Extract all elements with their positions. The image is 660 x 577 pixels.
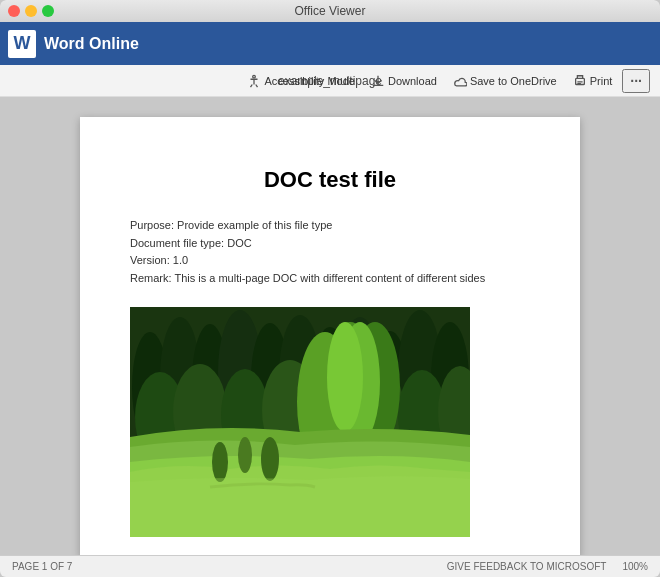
toolbar-actions: Accessibility Mode Download Save to OneD… — [241, 69, 650, 93]
title-bar: Office Viewer — [0, 0, 660, 22]
svg-point-29 — [238, 437, 252, 473]
page-info: PAGE 1 OF 7 — [12, 561, 72, 572]
minimize-button[interactable] — [25, 5, 37, 17]
feedback-button[interactable]: GIVE FEEDBACK TO MICROSOFT — [447, 561, 607, 572]
doc-meta-line-1: Purpose: Provide example of this file ty… — [130, 217, 530, 235]
doc-meta: Purpose: Provide example of this file ty… — [130, 217, 530, 287]
accessibility-label: Accessibility Mode — [264, 75, 354, 87]
save-onedrive-button[interactable]: Save to OneDrive — [447, 71, 563, 91]
print-label: Print — [590, 75, 613, 87]
save-onedrive-label: Save to OneDrive — [470, 75, 557, 87]
download-icon — [371, 74, 385, 88]
app-header: W Word Online — [0, 22, 660, 65]
svg-point-28 — [212, 442, 228, 482]
svg-point-0 — [253, 75, 256, 78]
doc-page: DOC test file Purpose: Provide example o… — [80, 117, 580, 555]
word-logo: W — [8, 30, 36, 58]
doc-meta-line-2: Document file type: DOC — [130, 235, 530, 253]
status-bar-right: GIVE FEEDBACK TO MICROSOFT 100% — [447, 561, 648, 572]
download-button[interactable]: Download — [365, 71, 443, 91]
onedrive-icon — [453, 74, 467, 88]
toolbar: example_multipage Accessibility Mode Dow… — [0, 65, 660, 97]
doc-meta-line-4: Remark: This is a multi-page DOC with di… — [130, 270, 530, 288]
download-label: Download — [388, 75, 437, 87]
accessibility-icon — [247, 74, 261, 88]
more-options-button[interactable]: ··· — [622, 69, 650, 93]
main-area[interactable]: DOC test file Purpose: Provide example o… — [0, 97, 660, 555]
word-logo-letter: W — [14, 33, 31, 54]
window-title: Office Viewer — [295, 4, 366, 18]
accessibility-mode-button[interactable]: Accessibility Mode — [241, 71, 360, 91]
print-button[interactable]: Print — [567, 71, 619, 91]
doc-image — [130, 307, 470, 537]
print-icon — [573, 74, 587, 88]
close-button[interactable] — [8, 5, 20, 17]
svg-point-30 — [261, 437, 279, 481]
svg-point-27 — [327, 322, 363, 432]
window-controls — [8, 5, 54, 17]
maximize-button[interactable] — [42, 5, 54, 17]
doc-title: DOC test file — [130, 167, 530, 193]
zoom-level: 100% — [622, 561, 648, 572]
status-bar: PAGE 1 OF 7 GIVE FEEDBACK TO MICROSOFT 1… — [0, 555, 660, 577]
landscape-svg — [130, 307, 470, 537]
app-title: Word Online — [44, 35, 139, 53]
doc-meta-line-3: Version: 1.0 — [130, 252, 530, 270]
